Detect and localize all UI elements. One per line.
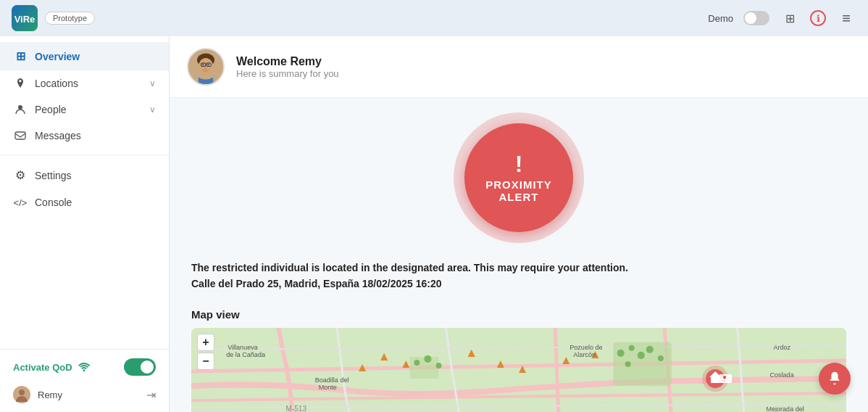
svg-text:Boadilla del: Boadilla del	[315, 376, 349, 384]
svg-rect-12	[206, 63, 211, 67]
logout-icon[interactable]: ⇥	[146, 388, 156, 402]
svg-text:Coslada: Coslada	[770, 371, 795, 379]
top-bar-right: Demo ⊞ ℹ ≡	[708, 8, 856, 28]
svg-point-5	[19, 390, 25, 395]
welcome-sub: Here is summary for you	[236, 68, 339, 79]
header-card: Welcome Remy Here is summary for you	[170, 36, 868, 98]
sidebar-item-overview[interactable]: ⊞ Overview	[0, 42, 169, 70]
avatar	[187, 48, 225, 86]
settings-icon: ⚙	[13, 168, 28, 182]
alert-info: The restricted individual is located in …	[170, 250, 868, 301]
alert-label: PROXIMITYALERT	[485, 178, 552, 203]
svg-point-19	[629, 345, 635, 351]
top-bar-left: ViRe Prototype	[12, 5, 95, 31]
sidebar-item-label: Settings	[35, 170, 72, 181]
demo-label: Demo	[708, 13, 733, 24]
user-name: Remy	[38, 390, 62, 400]
alert-section: ! PROXIMITYALERT	[170, 98, 868, 250]
svg-text:📍: 📍	[721, 375, 729, 382]
svg-text:Mejorada del: Mejorada del	[767, 405, 804, 412]
map-controls: + −	[197, 334, 214, 370]
sidebar-item-label: Locations	[35, 78, 78, 89]
alert-main-text: The restricted individual is located in …	[191, 262, 846, 273]
people-icon	[13, 104, 28, 115]
proximity-alert-inner: ! PROXIMITYALERT	[464, 123, 573, 232]
user-avatar-large	[188, 48, 223, 86]
welcome-name: Welcome Remy	[236, 55, 339, 68]
top-bar: ViRe Prototype Demo ⊞ ℹ ≡	[0, 0, 868, 36]
console-icon: </>	[13, 197, 28, 208]
sidebar-item-people[interactable]: People ∨	[0, 96, 169, 123]
proximity-alert-outer: ! PROXIMITYALERT	[454, 112, 584, 243]
svg-point-2	[18, 105, 22, 110]
grid-icon[interactable]: ⊞	[780, 8, 800, 28]
overview-icon: ⊞	[13, 49, 28, 63]
app-logo: ViRe	[12, 5, 38, 31]
svg-point-18	[617, 350, 625, 357]
svg-point-20	[638, 352, 645, 359]
map-title: Map view	[191, 308, 846, 321]
map-section: Map view	[170, 301, 868, 412]
sidebar-divider	[0, 154, 169, 155]
info-icon[interactable]: ℹ	[810, 10, 826, 26]
sidebar-item-messages[interactable]: Messages	[0, 123, 169, 149]
svg-rect-11	[201, 63, 206, 67]
map-svg: M-513	[191, 328, 846, 412]
content-area: Welcome Remy Here is summary for you ! P…	[170, 36, 868, 412]
messages-icon	[13, 130, 28, 141]
map-container: M-513	[191, 328, 846, 412]
wifi-icon	[78, 360, 90, 374]
svg-rect-3	[15, 132, 25, 139]
sidebar-item-settings[interactable]: ⚙ Settings	[0, 161, 169, 189]
svg-text:Ardoz: Ardoz	[774, 344, 791, 351]
sidebar-nav: ⊞ Overview Locations ∨	[0, 36, 169, 349]
locations-icon	[13, 78, 28, 89]
sidebar-item-label: People	[35, 104, 67, 115]
bell-icon	[827, 371, 843, 387]
sidebar-item-locations[interactable]: Locations ∨	[0, 70, 169, 96]
sidebar-item-label: Console	[35, 197, 72, 208]
zoom-out-button[interactable]: −	[197, 353, 214, 370]
activate-qod-label: Activate QoD	[13, 362, 72, 373]
svg-text:Monte: Monte	[319, 384, 337, 391]
chevron-down-icon: ∨	[149, 104, 156, 115]
svg-rect-15	[614, 342, 672, 386]
svg-text:M-513: M-513	[286, 405, 307, 412]
svg-text:Alarcón: Alarcón	[573, 351, 596, 358]
demo-toggle[interactable]	[743, 11, 769, 25]
alert-exclaim: !	[515, 152, 523, 176]
user-avatar-small	[13, 386, 30, 403]
zoom-in-button[interactable]: +	[197, 334, 214, 351]
svg-text:ViRe: ViRe	[14, 14, 36, 25]
svg-rect-16	[409, 357, 438, 379]
alert-location-text: Calle del Prado 25, Madrid, España 18/02…	[191, 278, 846, 289]
qod-toggle[interactable]	[124, 358, 156, 376]
svg-point-21	[625, 361, 631, 367]
sidebar-item-label: Messages	[35, 130, 81, 141]
svg-point-25	[424, 355, 431, 363]
sidebar-item-console[interactable]: </> Console	[0, 189, 169, 215]
svg-rect-37	[711, 377, 719, 383]
prototype-badge: Prototype	[45, 12, 95, 25]
svg-point-26	[435, 363, 441, 368]
svg-point-23	[658, 355, 664, 361]
svg-point-22	[646, 346, 654, 353]
main-layout: ⊞ Overview Locations ∨	[0, 36, 868, 412]
activate-qod-row: Activate QoD	[13, 358, 156, 376]
sidebar: ⊞ Overview Locations ∨	[0, 36, 170, 412]
sidebar-bottom: Activate QoD Remy ⇥	[0, 349, 169, 412]
user-row: Remy ⇥	[13, 386, 156, 403]
welcome-text: Welcome Remy Here is summary for you	[236, 55, 339, 79]
chevron-down-icon: ∨	[149, 78, 156, 88]
notification-bell[interactable]	[819, 363, 851, 395]
menu-icon[interactable]: ≡	[836, 8, 856, 28]
svg-text:Villanueva: Villanueva	[228, 344, 258, 351]
svg-text:de la Cañada: de la Cañada	[226, 351, 266, 358]
svg-text:Pozuelo de: Pozuelo de	[569, 344, 602, 351]
svg-point-24	[414, 360, 420, 366]
sidebar-item-label: Overview	[35, 51, 80, 62]
